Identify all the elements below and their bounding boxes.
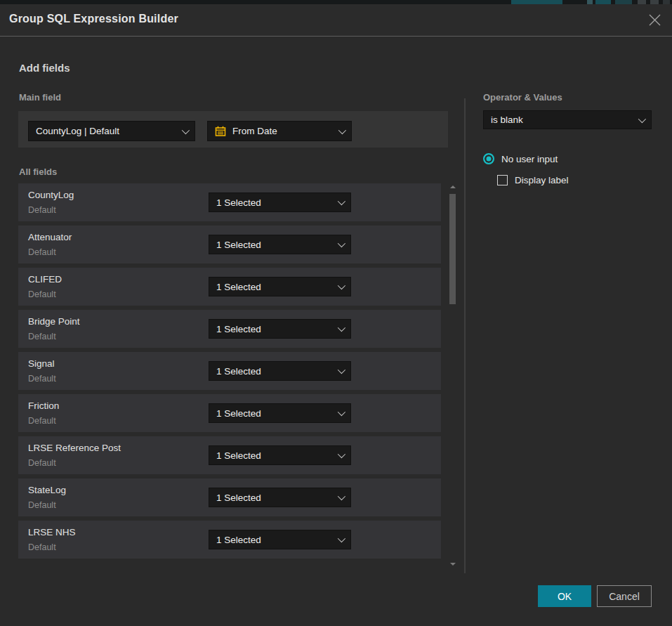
chevron-down-icon (338, 535, 345, 542)
list-scrollbar[interactable] (449, 183, 456, 568)
field-selection-dropdown[interactable]: 1 Selected (209, 445, 351, 465)
chevron-down-icon (182, 126, 190, 133)
layer-select-value: CountyLog | Default (36, 126, 176, 136)
field-selection-value: 1 Selected (216, 450, 332, 461)
display-label-checkbox[interactable]: Display label (497, 175, 569, 185)
field-selection-value: 1 Selected (216, 493, 332, 503)
field-name: Attenuator (28, 232, 72, 242)
scroll-up-icon[interactable] (450, 185, 456, 188)
field-row-countylog: CountyLog Default 1 Selected (18, 183, 441, 221)
field-selection-value: 1 Selected (216, 197, 332, 208)
field-selection-value: 1 Selected (216, 408, 332, 419)
field-name: Bridge Point (28, 316, 80, 327)
field-selection-dropdown[interactable]: 1 Selected (209, 193, 351, 212)
panel-divider (464, 98, 466, 573)
field-subtitle: Default (28, 247, 56, 257)
field-subtitle: Default (28, 500, 56, 510)
field-name: CountyLog (28, 190, 74, 200)
field-selection-dropdown[interactable]: 1 Selected (209, 403, 351, 423)
ok-button[interactable]: OK (538, 585, 591, 607)
field-selection-dropdown[interactable]: 1 Selected (209, 235, 351, 254)
main-field-select-value: From Date (232, 126, 333, 136)
group-sql-expression-builder-dialog: Group SQL Expression Builder Add fields … (0, 4, 672, 626)
chevron-down-icon (338, 240, 345, 247)
field-selection-value: 1 Selected (216, 366, 332, 377)
field-subtitle: Default (28, 416, 56, 426)
no-user-input-radio[interactable]: No user input (483, 153, 558, 164)
chevron-down-icon (338, 126, 346, 133)
chevron-down-icon (338, 282, 345, 289)
field-subtitle: Default (28, 458, 56, 468)
all-fields-label: All fields (19, 167, 57, 177)
close-button[interactable] (646, 11, 663, 28)
field-name: LRSE Reference Post (28, 443, 121, 453)
field-selection-dropdown[interactable]: 1 Selected (209, 277, 351, 296)
layer-select[interactable]: CountyLog | Default (28, 121, 195, 141)
checkbox-unchecked-icon (497, 175, 508, 185)
operator-values-label: Operator & Values (483, 92, 562, 103)
field-name: Friction (28, 400, 59, 411)
field-selection-value: 1 Selected (216, 535, 332, 545)
operator-select-value: is blank (491, 115, 633, 125)
field-subtitle: Default (28, 542, 56, 552)
checkbox-label: Display label (515, 175, 569, 185)
scrollbar-thumb[interactable] (449, 194, 456, 304)
field-name: LRSE NHS (28, 527, 76, 537)
field-selection-dropdown[interactable]: 1 Selected (209, 530, 351, 549)
field-name: CLIFED (28, 274, 62, 285)
dialog-header: Group SQL Expression Builder (0, 4, 672, 37)
field-selection-value: 1 Selected (216, 282, 332, 292)
close-icon (649, 14, 661, 26)
field-row-lrse-reference-post: LRSE Reference Post Default 1 Selected (18, 436, 441, 474)
field-subtitle: Default (28, 374, 56, 384)
field-selection-dropdown[interactable]: 1 Selected (209, 319, 351, 339)
main-field-select[interactable]: From Date (207, 121, 352, 141)
field-row-clifed: CLIFED Default 1 Selected (18, 268, 441, 306)
main-field-label: Main field (19, 92, 61, 103)
field-row-bridge-point: Bridge Point Default 1 Selected (18, 310, 441, 348)
field-selection-value: 1 Selected (216, 324, 332, 334)
calendar-icon (215, 126, 226, 137)
field-subtitle: Default (28, 205, 56, 215)
chevron-down-icon (338, 324, 345, 332)
field-selection-dropdown[interactable]: 1 Selected (209, 361, 351, 381)
field-name: Signal (28, 358, 55, 369)
radio-selected-icon (483, 153, 494, 164)
field-row-attenuator: Attenuator Default 1 Selected (18, 226, 441, 263)
field-row-signal: Signal Default 1 Selected (18, 352, 441, 390)
cancel-button[interactable]: Cancel (597, 585, 652, 607)
radio-label: No user input (501, 154, 558, 164)
field-row-friction: Friction Default 1 Selected (18, 394, 441, 432)
field-name: StateLog (28, 485, 66, 495)
chevron-down-icon (338, 197, 345, 205)
chevron-down-icon (338, 408, 345, 416)
field-row-statelog: StateLog Default 1 Selected (18, 478, 441, 516)
chevron-down-icon (638, 115, 646, 122)
field-row-lrse-nhs: LRSE NHS Default 1 Selected (18, 521, 441, 559)
chevron-down-icon (338, 493, 345, 500)
field-selection-value: 1 Selected (216, 240, 332, 250)
chevron-down-icon (338, 366, 345, 374)
field-subtitle: Default (28, 332, 56, 341)
chevron-down-icon (338, 450, 345, 458)
add-fields-heading: Add fields (19, 62, 70, 74)
scroll-down-icon[interactable] (450, 563, 456, 566)
operator-select[interactable]: is blank (483, 110, 652, 129)
dialog-title: Group SQL Expression Builder (9, 13, 178, 25)
main-field-panel: CountyLog | Default From Date (18, 111, 448, 148)
field-selection-dropdown[interactable]: 1 Selected (209, 488, 351, 507)
field-subtitle: Default (28, 289, 56, 299)
